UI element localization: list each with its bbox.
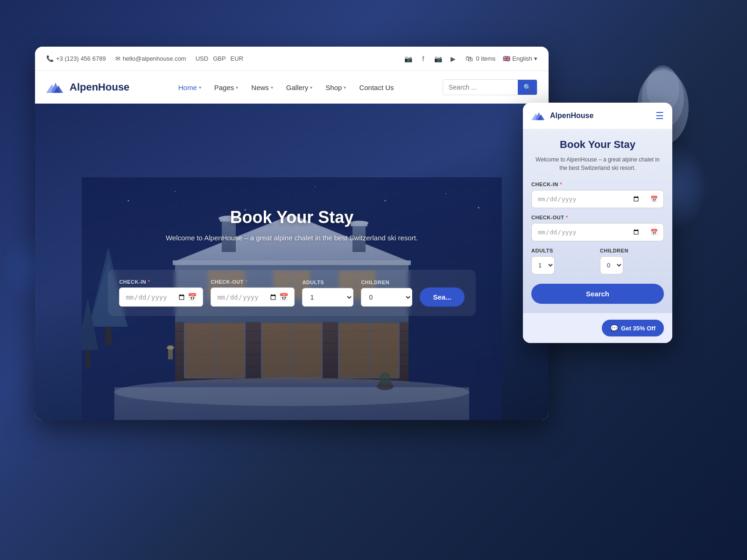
hero-subtitle: Welcome to AlpenHouse – a great alpine c… <box>166 234 418 242</box>
nav-pages[interactable]: Pages ▾ <box>214 84 239 91</box>
mobile-children-group: CHILDREN 0 1 2 3 <box>600 248 664 274</box>
phone-info: 📞 +3 (123) 456 6789 <box>46 55 106 62</box>
camera-icon[interactable]: 📷 <box>403 54 413 64</box>
mobile-logo-area[interactable]: AlpenHouse <box>531 109 593 122</box>
cart-icon: 🛍 <box>465 55 473 63</box>
search-button[interactable]: 🔍 <box>518 80 537 95</box>
discount-button[interactable]: 💬 Get 35% Off <box>602 320 664 336</box>
adults-label: ADULTS <box>302 280 353 285</box>
mobile-search-button[interactable]: Search <box>531 284 664 304</box>
mobile-checkout-wrapper: 📅 <box>531 223 664 241</box>
lang-chevron-icon: ▾ <box>534 55 537 62</box>
search-bar: 🔍 <box>443 79 537 95</box>
checkout-group: CHECK-OUT * 📅 <box>211 279 295 307</box>
mobile-card-footer: 💬 Get 35% Off <box>523 313 672 343</box>
youtube-icon[interactable]: ▶ <box>448 54 458 64</box>
checkin-input[interactable] <box>125 293 186 301</box>
checkout-label: CHECK-OUT * <box>211 279 295 285</box>
email-icon: ✉ <box>115 55 120 62</box>
logo-svg-icon <box>46 79 65 96</box>
cart-area[interactable]: 🛍 0 items <box>465 55 495 63</box>
nav-home[interactable]: Home ▾ <box>178 84 201 91</box>
nav-news[interactable]: News ▾ <box>251 84 273 91</box>
mobile-adults-group: ADULTS 1 2 3 4 <box>531 248 595 274</box>
nav-shop[interactable]: Shop ▾ <box>325 84 346 91</box>
pages-chevron-icon: ▾ <box>236 85 238 90</box>
search-input[interactable] <box>443 80 518 95</box>
mobile-children-label: CHILDREN <box>600 248 664 253</box>
checkin-required: * <box>148 279 150 285</box>
discount-label: Get 35% Off <box>621 325 655 332</box>
mobile-checkin-group: CHECK-IN * 📅 <box>531 182 664 208</box>
nav-menu: Home ▾ Pages ▾ News ▾ Gallery ▾ Shop ▾ C… <box>178 84 394 91</box>
mobile-book-subtitle: Welcome to AlpenHouse – a great alpine c… <box>531 155 664 172</box>
mobile-card-body: Book Your Stay Welcome to AlpenHouse – a… <box>523 129 672 313</box>
mobile-checkout-label: CHECK-OUT * <box>531 215 664 220</box>
nav-gallery[interactable]: Gallery ▾ <box>286 84 313 91</box>
checkin-calendar-icon: 📅 <box>188 293 197 301</box>
shop-chevron-icon: ▾ <box>344 85 346 90</box>
gallery-chevron-icon: ▾ <box>310 85 312 90</box>
nav-contact[interactable]: Contact Us <box>359 84 394 91</box>
news-chevron-icon: ▾ <box>271 85 273 90</box>
top-bar: 📞 +3 (123) 456 6789 ✉ hello@alpenhouse.c… <box>35 47 549 71</box>
browser-window: 📞 +3 (123) 456 6789 ✉ hello@alpenhouse.c… <box>35 47 549 420</box>
checkin-group: CHECK-IN * 📅 <box>119 279 203 307</box>
home-chevron-icon: ▾ <box>199 85 201 90</box>
logo-area[interactable]: AlpenHouse <box>46 79 129 96</box>
checkin-label: CHECK-IN * <box>119 279 203 285</box>
mobile-checkin-input[interactable] <box>537 195 640 203</box>
main-search-button[interactable]: Sea... <box>420 287 464 307</box>
instagram-icon[interactable]: 📷 <box>433 54 443 64</box>
adults-select[interactable]: 1 2 3 4 <box>302 288 353 307</box>
mobile-checkout-group: CHECK-OUT * 📅 <box>531 215 664 241</box>
booking-form: CHECK-IN * 📅 CHECK-OUT * 📅 <box>108 270 475 316</box>
mobile-checkin-label: CHECK-IN * <box>531 182 664 187</box>
hamburger-menu-icon[interactable]: ☰ <box>655 110 664 121</box>
mobile-card: AlpenHouse ☰ Book Your Stay Welcome to A… <box>523 103 672 343</box>
language-selector[interactable]: 🇬🇧 English ▾ <box>503 55 537 62</box>
top-bar-left: 📞 +3 (123) 456 6789 ✉ hello@alpenhouse.c… <box>46 55 243 62</box>
mobile-guests-row: ADULTS 1 2 3 4 CHILDREN 0 1 2 3 <box>531 248 664 281</box>
mobile-checkin-calendar-icon: 📅 <box>650 196 658 203</box>
hero-overlay <box>35 104 549 420</box>
currency-usd[interactable]: USD <box>196 55 208 62</box>
hero-section: Book Your Stay Welcome to AlpenHouse – a… <box>35 104 549 420</box>
mobile-children-select[interactable]: 0 1 2 3 <box>600 256 623 274</box>
mobile-checkin-wrapper: 📅 <box>531 190 664 208</box>
mobile-book-title: Book Your Stay <box>531 139 664 151</box>
currency-group: USD GBP EUR <box>196 55 243 62</box>
cart-count: 0 items <box>476 55 495 62</box>
chat-icon: 💬 <box>610 324 618 332</box>
mobile-adults-label: ADULTS <box>531 248 595 253</box>
phone-icon: 📞 <box>46 55 54 62</box>
language-label: English <box>512 55 532 62</box>
email-info: ✉ hello@alpenhouse.com <box>115 55 186 62</box>
children-group: CHILDREN 0 1 2 3 <box>361 280 412 307</box>
facebook-icon[interactable]: f <box>418 54 428 64</box>
email-address: hello@alpenhouse.com <box>123 55 186 62</box>
children-select[interactable]: 0 1 2 3 <box>361 288 412 307</box>
currency-eur[interactable]: EUR <box>231 55 243 62</box>
checkout-input[interactable] <box>217 293 277 301</box>
checkout-calendar-icon: 📅 <box>279 293 289 301</box>
children-label: CHILDREN <box>361 280 412 285</box>
adults-group: ADULTS 1 2 3 4 <box>302 280 353 307</box>
mobile-logo-icon <box>531 109 546 122</box>
checkout-required: * <box>245 279 247 285</box>
mobile-checkout-input[interactable] <box>537 228 640 236</box>
checkout-input-wrapper: 📅 <box>211 287 295 307</box>
logo-text: AlpenHouse <box>70 81 129 93</box>
flag-icon: 🇬🇧 <box>503 55 510 62</box>
mobile-card-header: AlpenHouse ☰ <box>523 103 672 129</box>
mobile-checkout-calendar-icon: 📅 <box>650 229 658 236</box>
currency-gbp[interactable]: GBP <box>213 55 226 62</box>
hero-content: Book Your Stay Welcome to AlpenHouse – a… <box>166 208 418 256</box>
mobile-adults-select[interactable]: 1 2 3 4 <box>531 256 555 274</box>
checkin-input-wrapper: 📅 <box>119 287 203 307</box>
top-bar-right: 📷 f 📷 ▶ 🛍 0 items 🇬🇧 English ▾ <box>403 54 537 64</box>
phone-number: +3 (123) 456 6789 <box>56 55 106 62</box>
nav-bar: AlpenHouse Home ▾ Pages ▾ News ▾ Gallery… <box>35 71 549 104</box>
social-icons: 📷 f 📷 ▶ <box>403 54 458 64</box>
hero-title: Book Your Stay <box>166 208 418 227</box>
